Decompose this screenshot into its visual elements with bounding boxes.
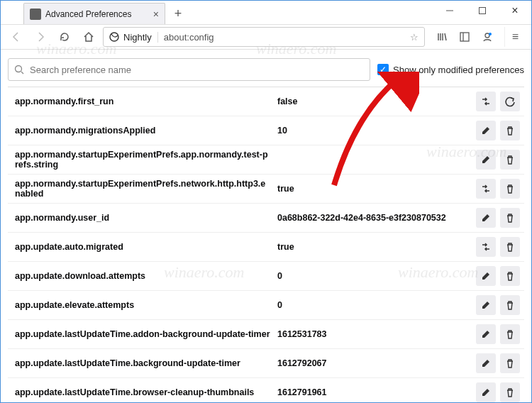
app-menu-button[interactable]: ≡: [504, 27, 526, 47]
reset-icon: [504, 96, 516, 107]
delete-button[interactable]: [500, 208, 520, 228]
account-button[interactable]: [477, 27, 497, 47]
pref-name: app.normandy.startupExperimentPrefs.netw…: [15, 179, 277, 199]
toggle-button[interactable]: [476, 179, 496, 199]
delete-button[interactable]: [500, 324, 520, 344]
toggle-button[interactable]: [476, 237, 496, 257]
delete-button[interactable]: [500, 266, 520, 286]
edit-button[interactable]: [476, 353, 496, 373]
pref-actions: [476, 295, 520, 315]
edit-button[interactable]: [476, 382, 496, 402]
pref-actions: [476, 237, 520, 257]
pref-row: app.update.elevate.attempts0: [8, 291, 524, 320]
edit-icon: [480, 299, 492, 311]
pref-actions: [476, 92, 520, 111]
search-icon: [14, 65, 24, 74]
delete-icon: [504, 270, 516, 282]
pref-row: app.normandy.migrationsApplied10: [8, 116, 524, 145]
forward-button[interactable]: [31, 27, 50, 47]
edit-button[interactable]: [476, 266, 496, 286]
identity-box[interactable]: Nightly: [109, 32, 158, 43]
edit-button[interactable]: [476, 208, 496, 228]
reload-icon: [59, 31, 70, 43]
tab-favicon: [30, 9, 41, 20]
pref-actions: [476, 353, 520, 373]
delete-button[interactable]: [500, 295, 520, 315]
edit-icon: [480, 270, 492, 282]
delete-icon: [504, 212, 516, 223]
pref-row: app.normandy.startupExperimentPrefs.app.…: [8, 145, 524, 175]
browser-tab[interactable]: Advanced Preferences ×: [23, 3, 165, 24]
bookmark-star-button[interactable]: ☆: [410, 32, 419, 43]
reload-button[interactable]: [55, 27, 74, 47]
forward-icon: [35, 31, 46, 43]
show-modified-filter[interactable]: ✓ Show only modified preferences: [377, 64, 524, 75]
svg-line-8: [21, 72, 23, 74]
checkbox-checked-icon[interactable]: ✓: [377, 64, 389, 75]
search-row: ✓ Show only modified preferences: [8, 58, 524, 81]
pref-value: false: [277, 96, 476, 106]
toggle-icon: [480, 96, 492, 107]
account-icon: [482, 31, 493, 43]
edit-button[interactable]: [476, 324, 496, 344]
edit-icon: [480, 154, 492, 165]
sidebar-button[interactable]: [455, 27, 475, 47]
edit-button[interactable]: [476, 121, 496, 140]
pref-actions: [476, 324, 520, 344]
delete-button[interactable]: [500, 237, 520, 257]
pref-actions: [476, 179, 520, 199]
delete-icon: [504, 358, 516, 369]
pref-actions: [476, 150, 520, 170]
maximize-icon: [479, 7, 486, 14]
pref-value: 0a68b862-322d-42e4-8635-e3f230870532: [277, 213, 476, 223]
reset-button[interactable]: [500, 92, 520, 111]
home-button[interactable]: [79, 27, 99, 47]
delete-icon: [504, 329, 516, 340]
window-maximize-button[interactable]: [466, 1, 499, 21]
toggle-icon: [480, 241, 492, 253]
delete-icon: [504, 387, 516, 398]
pref-name: app.update.lastUpdateTime.browser-cleanu…: [15, 387, 277, 397]
edit-button[interactable]: [476, 295, 496, 315]
edit-icon: [480, 212, 492, 223]
pref-value: 0: [277, 271, 476, 281]
pref-name: app.update.elevate.attempts: [15, 300, 277, 310]
pref-name: app.update.auto.migrated: [15, 242, 277, 252]
delete-icon: [504, 154, 516, 165]
delete-button[interactable]: [500, 382, 520, 402]
back-button[interactable]: [6, 27, 26, 47]
delete-button[interactable]: [500, 353, 520, 373]
pref-actions: [476, 121, 520, 140]
library-button[interactable]: [432, 27, 452, 47]
tab-close-icon[interactable]: ×: [153, 9, 159, 20]
search-input[interactable]: [30, 65, 364, 75]
library-icon: [436, 31, 448, 43]
toolbar-right: [432, 27, 497, 47]
pref-name: app.update.lastUpdateTime.addon-backgrou…: [15, 329, 277, 339]
svg-point-6: [489, 33, 492, 35]
about-config-content: ✓ Show only modified preferences app.nor…: [1, 50, 531, 403]
delete-button[interactable]: [500, 150, 520, 170]
window-minimize-button[interactable]: [433, 1, 466, 21]
delete-button[interactable]: [500, 179, 520, 199]
pref-name: app.normandy.startupExperimentPrefs.app.…: [15, 150, 277, 170]
pref-row: app.update.lastUpdateTime.background-upd…: [8, 349, 524, 378]
back-icon: [11, 31, 22, 43]
url-text: about:config: [164, 32, 214, 43]
delete-button[interactable]: [500, 121, 520, 140]
pref-row: app.update.auto.migratedtrue: [8, 233, 524, 262]
url-bar[interactable]: Nightly about:config ☆: [103, 27, 425, 47]
edit-icon: [480, 125, 492, 136]
pref-actions: [476, 266, 520, 286]
pref-name: app.normandy.first_run: [15, 96, 277, 106]
edit-icon: [480, 329, 492, 340]
filter-label: Show only modified preferences: [393, 65, 524, 75]
prefs-table: app.normandy.first_runfalseapp.normandy.…: [8, 87, 524, 403]
search-box[interactable]: [8, 58, 370, 81]
pref-name: app.update.lastUpdateTime.background-upd…: [15, 358, 277, 368]
new-tab-button[interactable]: +: [168, 4, 188, 23]
edit-button[interactable]: [476, 150, 496, 170]
window-close-button[interactable]: ×: [499, 1, 531, 21]
titlebar: Advanced Preferences × + ×: [1, 1, 531, 24]
toggle-button[interactable]: [476, 92, 496, 111]
